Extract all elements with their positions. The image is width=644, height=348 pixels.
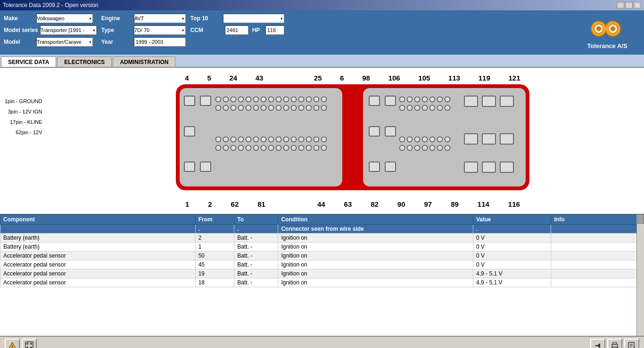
svg-marker-125 xyxy=(596,343,600,348)
ccm-input[interactable] xyxy=(225,25,248,35)
print-button[interactable] xyxy=(607,339,622,348)
svg-point-63 xyxy=(254,145,259,150)
svg-point-50 xyxy=(269,137,274,142)
svg-point-86 xyxy=(415,105,420,110)
diagram-icon xyxy=(25,341,33,348)
tab-service-data[interactable]: SERVICE DATA xyxy=(1,57,56,67)
logo-graphic xyxy=(588,16,626,41)
table-body: ..Connector seen from wire side.Battery … xyxy=(0,225,644,287)
svg-point-59 xyxy=(223,145,229,150)
svg-point-15 xyxy=(239,97,244,102)
minimize-button[interactable]: ─ xyxy=(617,2,624,8)
header-section: Make Volkswagen Model series Transporter… xyxy=(0,10,644,55)
svg-point-88 xyxy=(430,105,435,110)
table-row[interactable]: Accelerator pedal sensor18Batt. -Ignitio… xyxy=(0,278,644,287)
svg-point-62 xyxy=(246,145,251,150)
table-row[interactable]: Accelerator pedal sensor45Batt. -Ignitio… xyxy=(0,260,644,269)
scrollbar-thumb[interactable] xyxy=(637,214,644,224)
table-row[interactable]: Accelerator pedal sensor19Batt. -Ignitio… xyxy=(0,269,644,278)
svg-point-40 xyxy=(314,105,319,110)
navbar: SERVICE DATA ELECTRONICS ADMINISTRATION xyxy=(0,55,644,68)
scrollbar[interactable] xyxy=(636,214,644,336)
svg-rect-92 xyxy=(482,96,495,106)
model-series-select[interactable]: Transporter [1991 - xyxy=(40,25,97,35)
svg-rect-116 xyxy=(482,162,495,172)
svg-point-39 xyxy=(306,105,312,110)
svg-text:!: ! xyxy=(12,344,13,348)
header-col-2: Engine AVT Type 7D/ 70 Year xyxy=(101,13,186,47)
svg-point-25 xyxy=(314,97,319,102)
col-to: To xyxy=(234,215,278,225)
edit-button[interactable] xyxy=(624,339,639,348)
svg-point-70 xyxy=(306,145,312,150)
side-label-4: 62pin - 12V xyxy=(5,127,42,138)
toolbar-left: ! xyxy=(5,339,37,348)
svg-point-57 xyxy=(322,137,327,142)
bottom-toolbar: ! xyxy=(0,336,644,348)
type-select[interactable]: 7D/ 70 xyxy=(134,25,186,35)
table-row[interactable]: Battery (earth)2Batt. -Ignition on0 V xyxy=(0,234,644,243)
hp-input[interactable] xyxy=(265,25,284,35)
table-row[interactable]: Battery (earth)1Batt. -Ignition on0 V xyxy=(0,243,644,251)
tab-electronics[interactable]: ELECTRONICS xyxy=(57,57,112,67)
svg-rect-113 xyxy=(369,162,380,171)
svg-point-24 xyxy=(306,97,312,102)
svg-point-44 xyxy=(223,137,229,142)
diagram-area: 1pin - GROUND 3pin - 12V IGN 17pin - KLI… xyxy=(0,68,644,214)
svg-point-103 xyxy=(400,145,405,150)
svg-point-84 xyxy=(400,105,405,110)
svg-point-41 xyxy=(322,105,327,110)
svg-point-97 xyxy=(407,137,413,142)
hp-label: HP xyxy=(252,27,262,33)
svg-point-107 xyxy=(430,145,435,150)
toolbar-right xyxy=(590,339,639,348)
table-row[interactable]: Accelerator pedal sensor50Batt. -Ignitio… xyxy=(0,251,644,260)
logo-text: Tolerance A/S xyxy=(587,42,627,49)
svg-point-90 xyxy=(445,105,450,110)
make-label: Make xyxy=(4,15,34,22)
svg-point-51 xyxy=(276,137,281,142)
svg-rect-76 xyxy=(385,96,396,105)
top10-select[interactable] xyxy=(223,14,284,23)
side-label-2: 3pin - 12V IGN xyxy=(5,106,42,117)
svg-point-13 xyxy=(223,97,229,102)
top-pin-numbers: 4 5 24 43 25 6 98 106 105 113 119 121 xyxy=(176,74,529,82)
svg-point-89 xyxy=(438,105,443,110)
svg-point-106 xyxy=(422,145,428,150)
ccm-label: CCM xyxy=(190,27,221,33)
svg-point-12 xyxy=(216,97,221,102)
year-input[interactable] xyxy=(134,37,186,47)
maximize-button[interactable]: □ xyxy=(625,2,633,8)
svg-point-87 xyxy=(422,105,428,110)
svg-point-69 xyxy=(299,145,304,150)
warning-button[interactable]: ! xyxy=(5,339,20,348)
table-row[interactable]: ..Connector seen from wire side. xyxy=(0,225,644,234)
table-scroll-wrapper[interactable]: Component From To Condition Value Info .… xyxy=(0,214,644,287)
svg-point-48 xyxy=(254,137,259,142)
svg-rect-114 xyxy=(385,162,396,171)
svg-rect-111 xyxy=(482,134,495,144)
type-label: Type xyxy=(101,27,132,33)
svg-point-77 xyxy=(400,97,405,102)
back-button[interactable] xyxy=(590,339,605,348)
svg-rect-10 xyxy=(184,96,195,105)
close-button[interactable]: ✕ xyxy=(634,2,641,8)
svg-rect-73 xyxy=(184,162,195,171)
svg-point-68 xyxy=(291,145,297,150)
engine-select[interactable]: AVT xyxy=(134,14,186,23)
svg-point-85 xyxy=(407,105,413,110)
svg-point-81 xyxy=(430,97,435,102)
model-select[interactable]: Transporter/Carave xyxy=(36,37,93,47)
header-col-3: Top 10 CCM HP xyxy=(190,13,284,35)
svg-point-105 xyxy=(415,145,420,150)
model-label: Model xyxy=(4,39,34,45)
side-label-3: 17pin - KLINE xyxy=(5,117,42,127)
svg-point-109 xyxy=(445,145,450,150)
svg-rect-11 xyxy=(200,96,211,105)
tab-administration[interactable]: ADMINISTRATION xyxy=(113,57,175,67)
svg-point-66 xyxy=(276,145,281,150)
diagram-button[interactable] xyxy=(22,339,37,348)
make-select[interactable]: Volkswagen xyxy=(36,14,93,23)
svg-point-100 xyxy=(430,137,435,142)
svg-rect-115 xyxy=(464,162,478,172)
